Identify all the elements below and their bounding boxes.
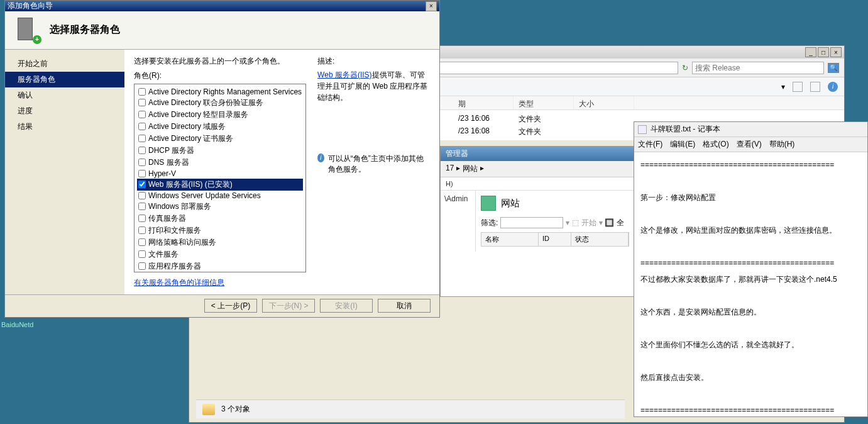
role-item[interactable]: Active Directory 证书服务	[137, 133, 303, 145]
iis-titlebar[interactable]: 管理器	[441, 147, 634, 161]
notepad-line	[640, 174, 861, 189]
iis-tree[interactable]: \Admin	[441, 191, 476, 252]
close-button[interactable]: ×	[830, 47, 842, 57]
desc-link[interactable]: Web 服务器(IIS)	[317, 70, 371, 79]
notepad-titlebar[interactable]: 斗牌联盟.txt - 记事本	[634, 122, 867, 137]
notepad-line: 第一步：修改网站配置	[640, 190, 861, 205]
wizard-header: + 选择服务器角色	[5, 11, 439, 49]
wizard-nav-item[interactable]: 结果	[5, 119, 124, 135]
role-label: DHCP 服务器	[148, 145, 194, 156]
role-item[interactable]: Hyper-V	[137, 169, 303, 179]
roles-info-link[interactable]: 有关服务器角色的详细信息	[134, 277, 224, 288]
search-button[interactable]: 🔍	[828, 63, 839, 73]
role-checkbox[interactable]	[138, 181, 146, 188]
role-label: Active Directory 轻型目录服务	[148, 109, 248, 120]
menu-help[interactable]: 帮助(H)	[769, 139, 795, 150]
notepad-line	[640, 288, 861, 303]
iis-breadcrumb[interactable]: 17▸ 网站▸	[441, 161, 634, 177]
next-button: 下一步(N) >	[262, 299, 315, 313]
wizard-title: 添加角色向导	[8, 1, 426, 11]
notepad-icon	[638, 125, 647, 134]
role-checkbox[interactable]	[138, 111, 146, 118]
notepad-line	[640, 239, 861, 254]
minimize-button[interactable]: _	[805, 47, 816, 57]
col-id[interactable]: ID	[539, 233, 571, 246]
notepad-line	[640, 386, 861, 401]
role-item[interactable]: 网络策略和访问服务	[137, 237, 303, 248]
role-checkbox[interactable]	[138, 99, 146, 106]
hint-text: 可以从“角色”主页中添加其他角色服务。	[328, 153, 430, 175]
cancel-button[interactable]: 取消	[378, 299, 431, 313]
iis-filter: 筛选: ▾ ⬚ 开始 ▾ 🔲 全	[481, 217, 629, 228]
sites-icon	[481, 196, 496, 211]
menu-edit[interactable]: 编辑(E)	[670, 139, 695, 150]
wizard-nav-item[interactable]: 服务器角色	[5, 72, 124, 87]
role-checkbox[interactable]	[138, 226, 146, 234]
role-item[interactable]: Web 服务器(IIS) (已安装)	[137, 179, 303, 191]
col-state[interactable]: 状态	[571, 233, 629, 246]
role-checkbox[interactable]	[138, 250, 146, 258]
wizard-nav-item[interactable]: 确认	[5, 87, 124, 103]
menu-file[interactable]: 文件(F)	[638, 139, 662, 150]
roles-list[interactable]: Active Directory Rights Management Servi…	[134, 84, 306, 272]
notepad-body[interactable]: ========================================…	[634, 152, 867, 416]
organize-menu[interactable]: ▾	[781, 82, 785, 91]
role-item[interactable]: Active Directory Rights Management Servi…	[137, 87, 303, 97]
role-checkbox[interactable]	[138, 135, 146, 142]
role-checkbox[interactable]	[138, 147, 146, 154]
role-checkbox[interactable]	[138, 159, 146, 166]
wizard-nav-item[interactable]: 开始之前	[5, 56, 124, 72]
role-item[interactable]: Windows Server Update Services	[137, 191, 303, 201]
role-checkbox[interactable]	[138, 203, 146, 210]
notepad-line: 这个是修改，网站里面对应的数据库密码，这些连接信息。	[640, 223, 861, 238]
role-item[interactable]: DNS 服务器	[137, 157, 303, 169]
search-input[interactable]	[692, 62, 824, 74]
role-item[interactable]: Active Directory 轻型目录服务	[137, 109, 303, 121]
role-item[interactable]: Windows 部署服务	[137, 201, 303, 213]
notepad-line	[640, 206, 861, 221]
role-checkbox[interactable]	[138, 192, 146, 199]
role-item[interactable]: 应用程序服务器	[137, 260, 303, 272]
preview-icon[interactable]	[810, 82, 820, 92]
notepad-line: ========================================…	[640, 403, 861, 416]
help-icon[interactable]: i	[828, 82, 838, 92]
role-checkbox[interactable]	[138, 170, 146, 177]
role-item[interactable]: DHCP 服务器	[137, 145, 303, 157]
add-roles-wizard: 添加角色向导 × + 选择服务器角色 开始之前服务器角色确认进度结果 选择要安装…	[4, 0, 440, 318]
role-item[interactable]: Active Directory 域服务	[137, 121, 303, 133]
prev-button[interactable]: < 上一步(P)	[204, 299, 257, 313]
notepad-window: 斗牌联盟.txt - 记事本 文件(F) 编辑(E) 格式(O) 查看(V) 帮…	[634, 121, 868, 417]
wizard-titlebar[interactable]: 添加角色向导 ×	[5, 1, 439, 11]
wizard-nav: 开始之前服务器角色确认进度结果	[5, 50, 124, 294]
filter-input[interactable]	[500, 217, 563, 228]
role-item[interactable]: 传真服务器	[137, 213, 303, 225]
role-checkbox[interactable]	[138, 123, 146, 130]
role-checkbox[interactable]	[138, 262, 146, 270]
col-date[interactable]: 期	[453, 96, 514, 109]
col-size[interactable]: 大小	[574, 96, 634, 109]
role-label: Windows Server Update Services	[148, 191, 261, 200]
role-checkbox[interactable]	[138, 215, 146, 222]
notepad-line	[640, 321, 861, 336]
role-item[interactable]: Active Directory 联合身份验证服务	[137, 97, 303, 109]
file-row[interactable]: /23 16:08 文件夹	[453, 125, 580, 138]
maximize-button[interactable]: □	[818, 47, 829, 57]
role-item[interactable]: 文件服务	[137, 248, 303, 260]
iis-menubar[interactable]: H)	[441, 177, 634, 191]
explorer-statusbar: 3 个对象	[196, 399, 625, 418]
file-row[interactable]: /23 16:06 文件夹	[453, 113, 580, 125]
col-name[interactable]: 名称	[481, 233, 539, 246]
wizard-nav-item[interactable]: 进度	[5, 103, 124, 119]
col-type[interactable]: 类型	[514, 96, 574, 109]
menu-view[interactable]: 查看(V)	[737, 139, 762, 150]
menu-format[interactable]: 格式(O)	[703, 139, 728, 150]
notepad-line: 然后直接点击安装。	[640, 370, 861, 385]
role-checkbox[interactable]	[138, 88, 146, 96]
role-item[interactable]: 打印和文件服务	[137, 225, 303, 237]
view-icon[interactable]	[793, 82, 803, 92]
status-text: 3 个对象	[221, 404, 250, 415]
role-label: Windows 部署服务	[148, 201, 211, 212]
role-checkbox[interactable]	[138, 238, 146, 246]
close-button[interactable]: ×	[426, 1, 437, 11]
notepad-line	[640, 354, 861, 369]
